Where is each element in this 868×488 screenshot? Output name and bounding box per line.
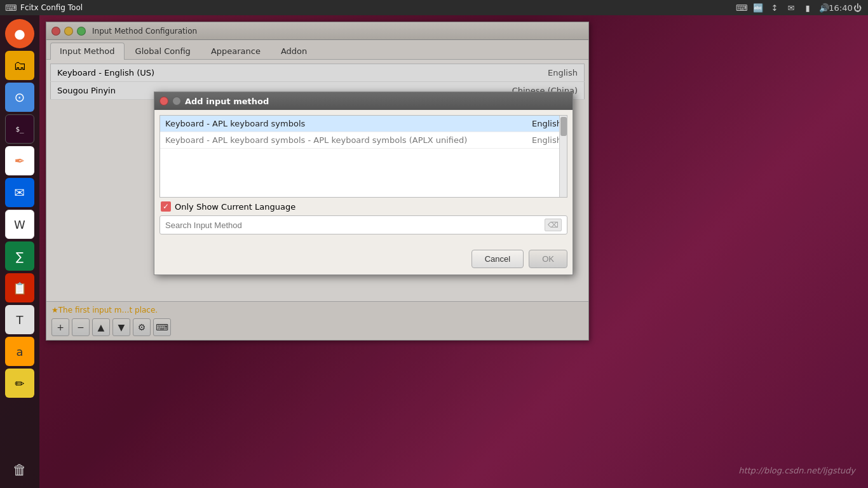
clock: 16:40 xyxy=(835,2,846,13)
keyboard-icon: ⌨ xyxy=(5,2,17,13)
method-list[interactable]: Keyboard - APL keyboard symbols English … xyxy=(159,115,567,198)
sidebar-dock: ● 🗂 ⊙ $_ ✒ ✉ W ∑ 📋 T a ✏ 🗑 xyxy=(0,15,39,488)
sidebar-item-pencil[interactable]: ✏ xyxy=(5,369,34,398)
list-scrollbar[interactable] xyxy=(559,116,567,197)
scrollbar-thumb xyxy=(560,117,567,136)
method-name: Keyboard - APL keyboard symbols - APL ke… xyxy=(165,135,467,145)
search-bar[interactable]: ⌫ xyxy=(159,215,567,234)
ok-button[interactable]: OK xyxy=(529,250,567,268)
mail-icon: ✉ xyxy=(785,2,797,13)
battery-icon: ▮ xyxy=(802,2,813,13)
sidebar-item-writer[interactable]: W xyxy=(5,210,34,239)
sidebar-item-chromium[interactable]: ⊙ xyxy=(5,83,34,112)
search-clear-button[interactable]: ⌫ xyxy=(545,219,562,231)
network-icon: ↕ xyxy=(769,2,780,13)
dialog-min-button[interactable] xyxy=(172,97,181,105)
top-bar-left: ⌨ Fcitx Config Tool xyxy=(5,2,83,13)
dialog-overlay: Add input method Keyboard - APL keyboard… xyxy=(39,15,868,488)
add-input-method-dialog: Add input method Keyboard - APL keyboard… xyxy=(154,92,573,275)
app-title: Fcitx Config Tool xyxy=(20,3,83,12)
method-row-selected[interactable]: Keyboard - APL keyboard symbols English xyxy=(160,116,567,132)
sidebar-item-rednotebook[interactable]: 📋 xyxy=(5,273,34,302)
fcitx-tray-icon: 🔤 xyxy=(752,2,764,13)
sidebar-item-ubuntu[interactable]: ● xyxy=(5,19,34,48)
keyboard-tray-icon: ⌨ xyxy=(736,2,747,13)
sidebar-item-thunderbird[interactable]: ✉ xyxy=(5,178,34,207)
checkbox-checked-icon[interactable]: ✓ xyxy=(161,201,171,212)
sidebar-item-calc[interactable]: ∑ xyxy=(5,241,34,271)
method-name: Keyboard - APL keyboard symbols xyxy=(165,119,305,128)
sidebar-item-trashcan[interactable]: 🗑 xyxy=(5,455,34,484)
search-input[interactable] xyxy=(165,220,541,230)
dialog-content: Keyboard - APL keyboard symbols English … xyxy=(154,110,573,245)
sidebar-item-texmaker[interactable]: T xyxy=(5,305,34,334)
dialog-close-button[interactable] xyxy=(159,97,168,105)
only-show-current-language-row[interactable]: ✓ Only Show Current Language xyxy=(159,198,567,215)
method-lang: English xyxy=(532,135,562,145)
top-bar: ⌨ Fcitx Config Tool ⌨ 🔤 ↕ ✉ ▮ 🔊 16:40 ⏻ xyxy=(0,0,868,15)
main-area: Input Method Configuration Input Method … xyxy=(39,15,868,488)
sidebar-item-inkscape[interactable]: ✒ xyxy=(5,146,34,175)
checkbox-label: Only Show Current Language xyxy=(175,202,295,212)
sidebar-item-files[interactable]: 🗂 xyxy=(5,51,34,80)
power-icon: ⏻ xyxy=(851,2,863,13)
dialog-titlebar: Add input method xyxy=(154,92,573,110)
dialog-title: Add input method xyxy=(185,97,269,106)
top-bar-right: ⌨ 🔤 ↕ ✉ ▮ 🔊 16:40 ⏻ xyxy=(736,2,863,13)
method-row[interactable]: Keyboard - APL keyboard symbols - APL ke… xyxy=(160,132,567,149)
cancel-button[interactable]: Cancel xyxy=(471,250,524,268)
dialog-buttons: Cancel OK xyxy=(154,245,573,274)
method-lang: English xyxy=(532,119,562,128)
sidebar-item-amazon[interactable]: a xyxy=(5,337,34,366)
sidebar-item-terminal[interactable]: $_ xyxy=(5,114,34,144)
